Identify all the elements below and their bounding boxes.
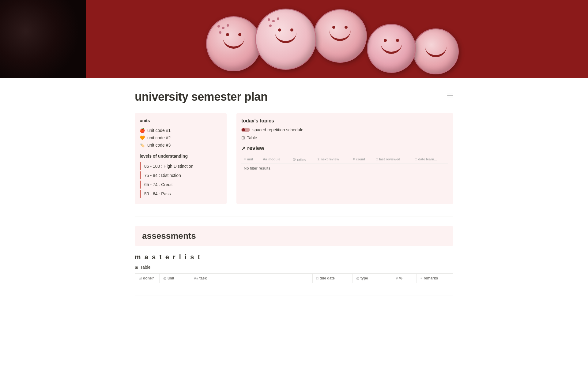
level-item-4: 50 - 64 : Pass [140,190,222,198]
cookie-eye [345,26,348,29]
cookie-1 [206,16,261,71]
due-date-col-label: due date [320,276,335,280]
unit-label-1: unit code #1 [147,128,171,133]
list-icon: ≡ [244,157,246,161]
table-icon: ⊞ [241,135,245,140]
percent-col-label: % [399,276,402,280]
cookie-eyes [332,26,348,29]
cookie-eye [396,39,399,42]
last-reviewed-col-label: last reviewed [379,157,400,161]
cookie-4 [367,24,416,73]
module-col-label: module [268,157,280,161]
calendar-icon: □ [316,276,318,280]
assessments-title: assessments [142,231,446,241]
calendar-icon-2: □ [415,157,417,161]
task-col-header: Aa task [194,276,309,280]
col-next-review: Σ next review [315,155,350,163]
col-unit: ◎ unit [160,274,190,283]
cookie-eyes [226,33,241,36]
cookie-5 [413,28,459,74]
title-row: university semester plan [135,90,453,113]
masterlist-table-head: ☑ done? ◎ unit Aa task [135,274,453,283]
masterlist-empty-row [135,283,453,295]
masterlist-empty-cell [135,283,453,295]
assessments-section: assessments [135,226,453,246]
hero-banner [0,0,588,78]
rating-col-label: rating [297,158,307,161]
cookie-eye [332,26,335,29]
toggle-circle [242,128,245,131]
level-item-2: 75 - 84 : Distinction [140,171,222,179]
date-learned-col-label: date learn... [418,157,437,161]
page-content: university semester plan units 🍎 unit co… [110,78,478,308]
table-ref[interactable]: ⊞ Table [241,135,448,140]
target-icon: ◎ [293,157,296,161]
scroll-line [447,95,453,96]
toggle-icon[interactable] [241,128,250,132]
level-item-1: 85 - 100 : High Distinction [140,162,222,170]
unit-item-3[interactable]: 🏷️ unit code #3 [140,141,222,149]
type-col-label: type [360,276,368,280]
masterlist-table-ref[interactable]: ⊞ Table [135,265,453,270]
col-done: ☑ done? [135,274,160,283]
unit-col-label: unit [168,276,174,280]
table-label: Table [247,135,257,140]
rating-col-header: ◎ rating [293,157,307,161]
cookie-eye [384,39,387,42]
cookies-decoration [77,0,588,78]
todays-topics-heading: today's topics [241,118,448,124]
target-icon: ◎ [356,276,359,280]
col-module: Aa module [260,155,290,163]
levels-title: levels of understanding [140,154,222,159]
col-count: # count [350,155,373,163]
task-col-label: task [199,276,207,280]
section-divider [135,216,453,216]
lines-icon: ≡ [420,276,422,280]
cookie-eyes [278,28,293,32]
calendar-icon-1: □ [376,157,378,161]
masterlist-header-row: ☑ done? ◎ unit Aa task [135,274,453,283]
cookie-eye [226,33,229,36]
last-reviewed-col-header: □ last reviewed [376,157,400,161]
no-results-text: No filter results. [241,163,448,173]
review-header-row: ≡ unit Aa module [241,155,448,163]
next-review-col-header: Σ next review [318,157,339,161]
arrow-icon: ↗ [241,145,245,151]
review-heading: ↗ review [241,145,448,152]
unit-item-2[interactable]: 🧡 unit code #2 [140,134,222,141]
no-results-row: No filter results. [241,163,448,173]
col-rating: ◎ rating [290,155,315,163]
col-last-reviewed: □ last reviewed [373,155,413,163]
tag-emoji: 🏷️ [140,143,145,148]
unit-item-1[interactable]: 🍎 unit code #1 [140,127,222,134]
cookie-eye [238,33,241,36]
main-grid: units 🍎 unit code #1 🧡 unit code #2 🏷️ u… [135,113,453,204]
review-title: review [247,145,264,152]
scrollbar-area [447,93,453,98]
unit-col-header: ◎ unit [163,276,186,280]
count-col-header: # count [353,157,365,161]
date-learned-col-header: □ date learn... [415,157,437,161]
text-icon: Aa [263,157,267,161]
sidebar-section: units 🍎 unit code #1 🧡 unit code #2 🏷️ u… [135,113,227,204]
masterlist-table-label: Table [140,265,150,270]
review-table-head: ≡ unit Aa module [241,155,448,163]
topics-item: spaced repetition schedule [241,127,448,132]
remarks-col-header: ≡ remarks [420,276,449,280]
apple-emoji: 🍎 [140,128,145,133]
unit-label-2: unit code #2 [147,135,171,140]
right-section: today's topics spaced repetition schedul… [236,113,453,204]
masterlist-title: m a s t e r l i s t [135,253,453,261]
cookie-eyes [384,39,399,42]
unit-label-3: unit code #3 [147,143,171,148]
col-type: ◎ type [352,274,392,283]
col-due-date: □ due date [313,274,352,283]
remarks-col-label: remarks [424,276,438,280]
level-item-3: 65 - 74 : Credit [140,181,222,189]
dark-left-decoration [0,0,86,78]
cookie-2 [255,9,316,70]
cookie-eye [290,28,293,32]
target-icon: ◎ [163,276,166,280]
text-icon: Aa [194,276,198,280]
check-icon: ☑ [139,276,142,280]
